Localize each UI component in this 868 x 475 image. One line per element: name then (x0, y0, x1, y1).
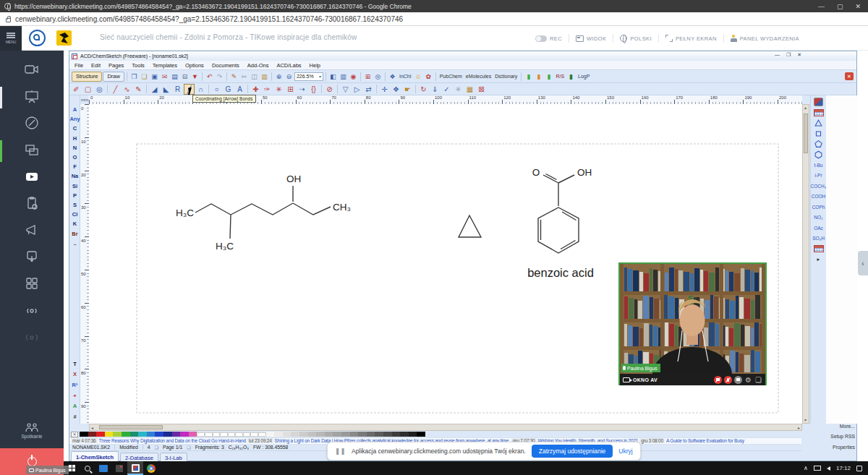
oac-group-button[interactable]: OAc (814, 223, 823, 234)
atom-label-oh[interactable]: OH (286, 174, 301, 184)
palette-color[interactable] (172, 432, 181, 437)
status-nav[interactable]: 4 (148, 445, 150, 450)
search-icon[interactable] (80, 461, 95, 475)
periodic-table-icon[interactable]: ⊞ (363, 72, 373, 81)
palette-color[interactable] (197, 432, 205, 437)
fullscreen-button[interactable]: PEŁNY EKRAN (665, 35, 717, 42)
palette-color[interactable] (283, 432, 292, 437)
snowflake-icon[interactable]: ✳ (453, 84, 464, 95)
chemsketch-titlebar[interactable]: ACD/ChemSketch (Freeware) - [noname01.sk… (69, 51, 856, 61)
palette-color[interactable] (341, 432, 350, 437)
logp-dot-icon[interactable]: ▮ (566, 72, 576, 81)
refresh-icon[interactable]: ↻ (418, 84, 429, 95)
setup-rss-link[interactable]: Setup RSS (830, 434, 855, 439)
undo-icon[interactable]: ↶ (205, 72, 214, 81)
cyclopropane-ring-button[interactable] (813, 118, 824, 129)
print-icon[interactable]: ⊟ (180, 72, 190, 81)
zoom-select[interactable]: 226.5%▾ (294, 72, 323, 81)
survey-icon[interactable] (25, 196, 39, 210)
percent-icon[interactable]: ❖ (388, 72, 397, 81)
cs-close-button[interactable]: ✕ (797, 52, 801, 58)
paste-icon[interactable]: ▥ (260, 72, 269, 81)
vertical-scrollbar[interactable]: ▴▾ (802, 104, 809, 424)
element-si[interactable]: Si (69, 181, 80, 191)
cta-icon[interactable] (25, 249, 39, 264)
view-button[interactable]: WIDOK (576, 35, 606, 42)
palette-color[interactable] (308, 432, 317, 437)
send-mail-icon[interactable]: ✉ (160, 72, 169, 81)
camera-icon[interactable] (25, 62, 39, 77)
chrome-icon[interactable] (143, 461, 159, 475)
properties-link[interactable]: Properties (833, 445, 855, 450)
menu-pages[interactable]: Pages (109, 62, 124, 69)
flip-icon[interactable]: ▷ (352, 84, 362, 95)
smiley-icon[interactable]: ☺ (414, 72, 423, 81)
element-na[interactable]: Na (69, 171, 80, 181)
element-k[interactable]: K (69, 219, 80, 228)
page-url[interactable]: cenwebinary.clickmeeting.com/64985748645… (15, 15, 403, 23)
palette-color[interactable] (220, 432, 228, 437)
pubchem-button[interactable]: PubChem (438, 74, 464, 79)
palette-color[interactable] (147, 432, 156, 437)
element-[interactable]: .. (69, 239, 80, 248)
element-a[interactable]: A (69, 105, 80, 114)
webcam-window[interactable]: Paulina Bigus OKNO AV ⚙ ❏ (618, 262, 767, 385)
palette-color[interactable] (258, 432, 266, 437)
palette-color[interactable] (417, 432, 425, 437)
logp-button[interactable]: LogP (576, 74, 591, 79)
palette-color[interactable] (113, 432, 122, 437)
draw-normal-icon[interactable]: ╱ (110, 84, 121, 95)
menu-file[interactable]: File (75, 62, 83, 69)
tautomer-2-icon[interactable]: ▮ (534, 72, 543, 81)
ticker-link[interactable]: A Guide to Software Evaluation for Busy (666, 438, 744, 443)
meeting-button[interactable]: Spotkanie (0, 423, 64, 439)
element-tool-r[interactable]: R¹ (69, 380, 80, 390)
youtube-icon[interactable] (25, 169, 39, 184)
broadcast-icon[interactable] (25, 303, 39, 317)
zoom-window-icon[interactable]: ◎ (94, 84, 105, 95)
notebook-icon[interactable]: ▦ (464, 84, 475, 95)
screen-share-icon[interactable] (25, 142, 39, 157)
taskbar-app-mail[interactable] (95, 461, 111, 475)
molecule-benzoic-acid[interactable] (538, 174, 579, 254)
element-n[interactable]: N (69, 143, 80, 153)
tbu-group-button[interactable]: t-Bu (814, 160, 823, 171)
palette-color[interactable] (228, 432, 236, 437)
element-h[interactable]: H (69, 134, 80, 143)
coch3-group-button[interactable]: COCH₃ (811, 181, 827, 192)
cut-icon[interactable]: ✂ (239, 72, 249, 81)
pencil-plus-icon[interactable]: ✑ (262, 84, 273, 95)
import-icon[interactable]: ▤ (170, 72, 179, 81)
maximize-button[interactable]: ▢ (837, 3, 843, 10)
menu-help[interactable]: Help (310, 62, 320, 69)
cooh-group-button[interactable]: COOH (812, 192, 826, 202)
table-of-radicals-button[interactable] (814, 97, 823, 108)
rectangle-select-icon[interactable]: ▢ (82, 84, 93, 95)
horizontal-scrollbar[interactable]: ◂▸ (89, 424, 802, 431)
aromatic-bond-icon[interactable]: ∩ (195, 84, 206, 95)
element-tool-x[interactable]: X (69, 369, 80, 380)
structure-search-icon[interactable]: ◎ (373, 72, 383, 81)
inchi-button[interactable]: InChI (398, 74, 413, 79)
mic-off-icon[interactable] (724, 376, 732, 384)
tautomers-icon[interactable]: ⊠ (476, 84, 487, 95)
clock[interactable]: 17:12 (836, 465, 851, 471)
element-tool-t[interactable]: T (69, 359, 80, 369)
atom-label-oh2[interactable]: OH (577, 167, 592, 178)
menu-documents[interactable]: Documents (212, 62, 239, 69)
notification-center-icon[interactable] (856, 466, 862, 471)
menu-tools[interactable]: Tools (132, 62, 145, 69)
element-f[interactable]: F (69, 162, 80, 171)
clean-icon[interactable]: ✎ (229, 72, 239, 81)
export-pdf-icon[interactable]: ▼ (190, 72, 200, 81)
palette-color[interactable] (155, 432, 163, 437)
apps-grid-icon[interactable] (25, 276, 39, 291)
palette-color[interactable] (138, 432, 147, 437)
resize-icon[interactable]: ❏ (754, 376, 762, 384)
atom-label-h3c-branch[interactable]: H₃C (216, 241, 234, 252)
palette-color[interactable] (180, 432, 189, 437)
coph-group-button[interactable]: COPh (812, 202, 825, 213)
draw-chain-icon[interactable]: ∿ (122, 84, 132, 95)
structure-mode-button[interactable]: Structure (72, 72, 102, 82)
palette-color[interactable] (122, 432, 130, 437)
